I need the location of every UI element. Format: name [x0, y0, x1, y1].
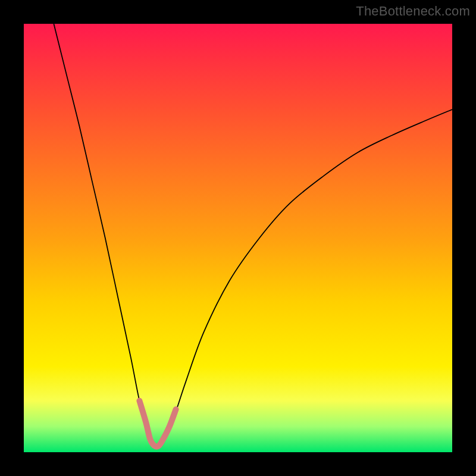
highlight-min — [139, 401, 176, 447]
curve-svg — [24, 24, 452, 452]
bottleneck-curve — [54, 24, 452, 447]
plot-area — [24, 24, 452, 452]
watermark-text: TheBottleneck.com — [356, 4, 470, 19]
chart-frame: TheBottleneck.com — [0, 0, 476, 476]
